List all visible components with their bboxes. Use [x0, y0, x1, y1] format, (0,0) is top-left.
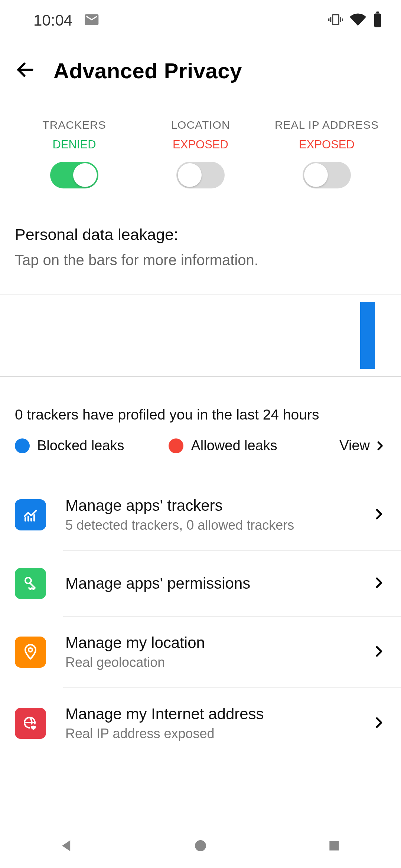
item-manage-permissions-title: Manage apps' permissions [65, 575, 352, 592]
chevron-right-icon [371, 575, 386, 592]
nav-home-button[interactable] [189, 835, 212, 857]
svg-rect-5 [374, 14, 381, 27]
item-manage-ip[interactable]: Manage my Internet address Real IP addre… [0, 688, 401, 759]
svg-rect-0 [333, 15, 339, 25]
view-link[interactable]: View [339, 438, 386, 454]
svg-point-15 [195, 840, 206, 851]
item-manage-permissions[interactable]: Manage apps' permissions [0, 551, 401, 616]
legend-row: Blocked leaks Allowed leaks View [0, 434, 401, 465]
chart-bar-now[interactable] [360, 302, 375, 369]
battery-icon [373, 11, 382, 29]
toggle-ip-status: EXPOSED [299, 138, 355, 151]
chevron-right-icon [371, 644, 386, 660]
svg-rect-6 [376, 11, 379, 14]
toggle-ip: REAL IP ADDRESS EXPOSED [264, 119, 389, 188]
system-nav-bar [0, 823, 401, 868]
svg-point-13 [29, 648, 32, 652]
trackers-summary: 0 trackers have profiled you in the last… [0, 377, 401, 434]
email-icon [84, 11, 100, 29]
toggle-location-switch[interactable] [176, 162, 225, 188]
location-pin-icon [15, 637, 46, 668]
nav-back-button[interactable] [56, 835, 78, 857]
legend-blocked-label: Blocked leaks [37, 438, 124, 454]
item-manage-ip-title: Manage my Internet address [65, 705, 352, 723]
item-manage-trackers-title: Manage apps' trackers [65, 497, 352, 514]
item-manage-location[interactable]: Manage my location Real geolocation [0, 617, 401, 687]
toggle-trackers-status: DENIED [52, 138, 96, 151]
status-bar: 10:04 [0, 0, 401, 41]
status-time: 10:04 [33, 11, 72, 29]
vibrate-icon [328, 12, 343, 29]
toggle-location: LOCATION EXPOSED [138, 119, 263, 188]
svg-rect-16 [329, 841, 339, 850]
leakage-section: Personal data leakage: Tap on the bars f… [0, 226, 401, 269]
back-button[interactable] [15, 59, 36, 82]
legend-allowed-dot [169, 438, 183, 453]
chevron-right-icon [371, 715, 386, 731]
toggle-trackers-label: TRACKERS [42, 119, 106, 131]
wifi-icon [350, 11, 366, 29]
toggle-location-status: EXPOSED [173, 138, 228, 151]
nav-recent-button[interactable] [323, 835, 345, 857]
item-manage-ip-sub: Real IP address exposed [65, 726, 352, 742]
item-manage-location-title: Manage my location [65, 634, 352, 652]
page-title: Advanced Privacy [53, 58, 242, 83]
privacy-toggles: TRACKERS DENIED LOCATION EXPOSED REAL IP… [0, 100, 401, 214]
item-manage-location-sub: Real geolocation [65, 655, 352, 670]
globe-shield-icon [15, 708, 46, 739]
item-manage-trackers[interactable]: Manage apps' trackers 5 detected tracker… [0, 480, 401, 550]
view-link-label: View [339, 438, 370, 454]
toggle-ip-switch[interactable] [303, 162, 351, 188]
item-manage-trackers-sub: 5 detected trackers, 0 allowed trackers [65, 517, 352, 533]
chevron-right-icon [371, 507, 386, 523]
key-icon [15, 568, 46, 599]
toggle-location-label: LOCATION [171, 119, 230, 131]
toggle-ip-label: REAL IP ADDRESS [275, 119, 379, 131]
legend-allowed-label: Allowed leaks [191, 438, 277, 454]
legend-blocked-dot [15, 438, 30, 453]
toggle-trackers-switch[interactable] [50, 162, 98, 188]
leakage-heading: Personal data leakage: [15, 226, 386, 244]
toggle-trackers: TRACKERS DENIED [12, 119, 137, 188]
leakage-chart[interactable] [0, 295, 401, 377]
leakage-hint: Tap on the bars for more information. [15, 252, 386, 269]
chart-icon [15, 499, 46, 530]
app-bar: Advanced Privacy [0, 41, 401, 100]
